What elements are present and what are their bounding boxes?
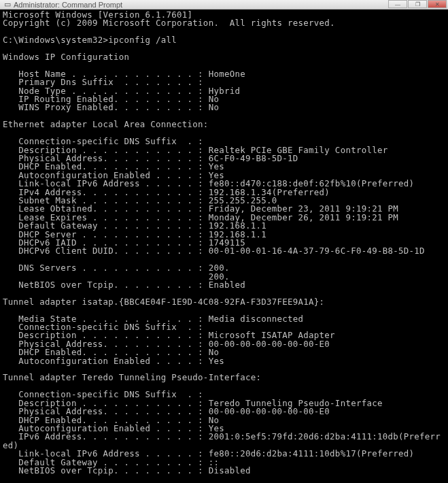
teredo-adapter-title: Tunnel adapter Teredo Tunneling Pseudo-I… (3, 372, 261, 382)
ethernet-adapter-title: Ethernet adapter Local Area Connection: (3, 119, 209, 129)
wins-proxy: WINS Proxy Enabled. . . . . . . . : No (3, 102, 219, 112)
isatap-adapter-title: Tunnel adapter isatap.{BBC4E04F-1E9D-4C0… (3, 297, 324, 307)
cmd-icon: ▭ (4, 0, 11, 9)
a3-ipv6: IPv6 Address. . . . . . . . . . . : 2001… (3, 431, 441, 450)
prompt-command: C:\Windows\system32>ipconfig /all (3, 35, 177, 45)
terminal-output[interactable]: Microsoft Windows [Version 6.1.7601] Cop… (0, 10, 448, 483)
copyright-line: Copyright (c) 2009 Microsoft Corporation… (3, 18, 335, 28)
a1-netbios: NetBIOS over Tcpip. . . . . . . . : Enab… (3, 280, 245, 290)
terminal-content: Microsoft Windows [Version 6.1.7601] Cop… (3, 11, 445, 483)
a1-dhcpv6-duid: DHCPv6 Client DUID. . . . . . . . : 00-0… (3, 246, 425, 256)
command-prompt-window: ▭ Administrator: Command Prompt — ❐ ✕ Mi… (0, 0, 448, 483)
titlebar: ▭ Administrator: Command Prompt — ❐ ✕ (0, 0, 448, 10)
close-button[interactable]: ✕ (428, 0, 447, 8)
maximize-button[interactable]: ❐ (408, 0, 427, 8)
a3-netbios: NetBIOS over Tcpip. . . . . . . . : Disa… (3, 465, 251, 476)
minimize-button[interactable]: — (388, 0, 407, 8)
ip-configuration-title: Windows IP Configuration (3, 52, 129, 62)
window-controls: — ❐ ✕ (388, 0, 447, 8)
a2-autoconfig: Autoconfiguration Enabled . . . . : Yes (3, 356, 224, 366)
window-title: Administrator: Command Prompt (14, 1, 122, 9)
